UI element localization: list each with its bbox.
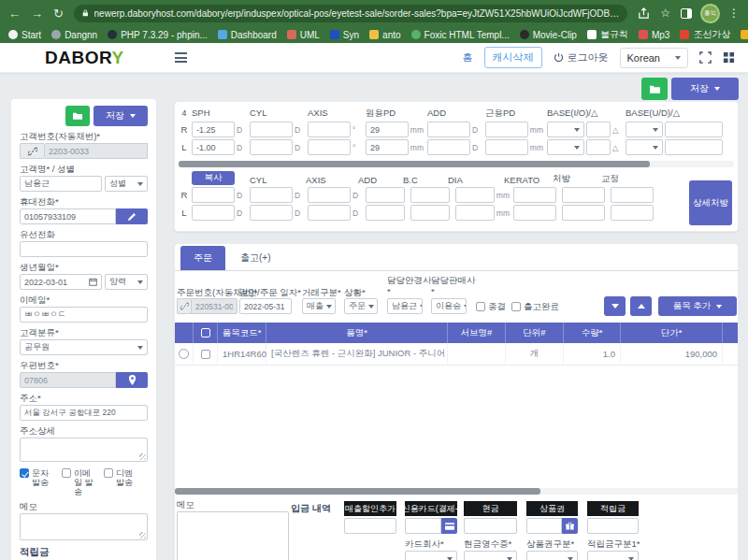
bookmark-item[interactable]: Dashboard [218,30,277,40]
row-checkbox[interactable] [201,350,210,359]
rx2-cyl-r-input[interactable] [250,187,293,203]
tab-order[interactable]: 주문 [180,246,225,270]
bookmark-item[interactable]: Start [8,30,41,40]
profile-avatar[interactable]: 홍익 [702,6,718,22]
side-panel-icon[interactable] [681,8,692,19]
detail-rx-button[interactable]: 상세처방 [689,180,732,225]
bookmark-item[interactable]: Syn [330,30,359,40]
order-link-button[interactable] [177,298,191,314]
rx2-kerato-l-input[interactable] [513,205,556,221]
base-ud-r-select[interactable] [626,122,663,137]
bookmark-item[interactable]: 조선가상 [680,28,730,41]
customer-name-input[interactable] [20,176,102,192]
voucher-pay-button[interactable] [562,518,578,534]
menu-dots-icon[interactable]: ⋮ [728,7,740,20]
move-up-button[interactable] [630,296,652,316]
add-item-button[interactable]: 품목 추가 [658,296,737,316]
rx-scrollbar-thumb[interactable] [179,161,650,167]
hamburger-menu-icon[interactable] [175,52,187,63]
rx2-dia-l-input[interactable] [455,205,495,221]
row-radio[interactable] [179,349,189,359]
prism-ud-r-input[interactable] [665,122,723,137]
base-ud-l-select[interactable] [626,139,663,155]
customer-save-button[interactable]: 저장 [94,106,148,126]
send-email-checkbox[interactable]: 이메일 발송 [62,468,98,496]
final-checkbox[interactable]: 종결 [476,301,506,311]
bookmark-item[interactable]: Foxic HTML Templ... [411,30,510,40]
customer-link-button[interactable] [20,143,44,159]
bookmark-item[interactable]: 코데 [741,28,748,41]
share-icon[interactable] [638,7,650,20]
far-pd-r-input[interactable] [366,122,409,137]
birth-date-input[interactable]: 2022-03-01 [20,274,102,290]
address-input[interactable] [20,405,148,421]
bookmark-item[interactable]: Movie-Clip [520,30,577,40]
send-dm-checkbox[interactable]: 디엠 발송 [104,468,140,487]
points-type-select[interactable] [587,551,639,560]
home-link[interactable]: 홈 [463,50,473,65]
rx2-axis-l-input[interactable] [308,205,351,221]
voucher-type-select[interactable] [526,551,578,560]
cash-button[interactable]: 현금 [464,501,517,516]
rx2-sph-l-input[interactable] [192,205,235,221]
bookmark-item[interactable]: PHP 7.3.29 - phpin... [108,30,208,40]
status-select[interactable]: 주문 [344,298,378,314]
discount-add-button[interactable]: 매출할인추가 [344,501,396,516]
forward-icon[interactable]: → [31,7,43,20]
address-bar[interactable]: newerp.daboryhost.com/dabory/erp/induspe… [74,5,627,22]
cash-amount-input[interactable] [464,518,517,534]
add-l-input[interactable] [427,139,470,155]
cyl-l-input[interactable] [250,139,293,155]
calendar-type-select[interactable]: 양력 [105,274,148,290]
add-r-input[interactable] [427,122,470,137]
cyl-r-input[interactable] [250,122,293,137]
points-button[interactable]: 적립금 [587,501,639,516]
rx2-cyl-l-input[interactable] [250,205,293,221]
prism-io-r-input[interactable] [586,122,611,137]
apps-grid-icon[interactable] [723,51,735,64]
rx2-bc-r-input[interactable] [410,187,450,203]
bookmark-item[interactable]: anto [369,30,400,40]
move-down-button[interactable] [604,296,626,316]
email-input[interactable] [20,307,148,323]
mobile-edit-button[interactable] [116,208,148,224]
card-company-select[interactable] [405,551,457,560]
order-no-input[interactable] [191,298,237,314]
app-logo[interactable]: DABORY [45,48,124,68]
rx2-rx-l-input[interactable] [562,205,605,221]
bookmark-item[interactable]: UML [287,30,320,40]
rx2-sph-r-input[interactable] [192,187,235,203]
back-icon[interactable]: ← [8,7,21,20]
discount-input[interactable] [344,518,396,534]
far-pd-l-input[interactable] [366,139,409,155]
seller-select[interactable]: 이용승 [431,298,467,314]
rx2-axis-r-input[interactable] [308,187,351,203]
optician-select[interactable]: 남용근 [387,298,423,314]
voucher-amount-input[interactable] [526,518,562,534]
rx2-correction-l-input[interactable] [611,205,654,221]
rx2-bc-l-input[interactable] [410,205,450,221]
select-all-checkbox[interactable] [201,328,210,337]
order-memo-textarea[interactable] [177,511,289,560]
credit-card-amount-input[interactable] [405,518,441,534]
mobile-input[interactable] [20,208,116,224]
address-detail-textarea[interactable] [20,438,148,462]
customer-no-input[interactable] [44,143,148,159]
customer-class-select[interactable]: 공무원 [20,339,148,355]
voucher-button[interactable]: 상품권 [526,501,578,516]
base-io-r-select[interactable] [547,122,584,137]
tab-shipment[interactable]: 출고(+) [227,246,284,270]
tx-type-select[interactable]: 매출 [302,298,336,314]
save-button-main[interactable]: 저장 [671,78,739,100]
base-io-l-select[interactable] [547,139,584,155]
fullscreen-icon[interactable] [699,51,712,64]
shipped-checkbox[interactable]: 출고완료 [511,301,559,311]
reload-icon[interactable]: ↻ [53,7,64,20]
sph-l-input[interactable] [192,139,235,155]
near-pd-l-input[interactable] [485,139,528,155]
credit-card-button[interactable]: 신용카드(결제-t [405,501,457,516]
language-select[interactable]: Korean [620,48,688,68]
rx2-dia-r-input[interactable] [455,187,495,203]
sph-r-input[interactable] [192,122,235,137]
open-folder-button[interactable] [641,78,668,100]
